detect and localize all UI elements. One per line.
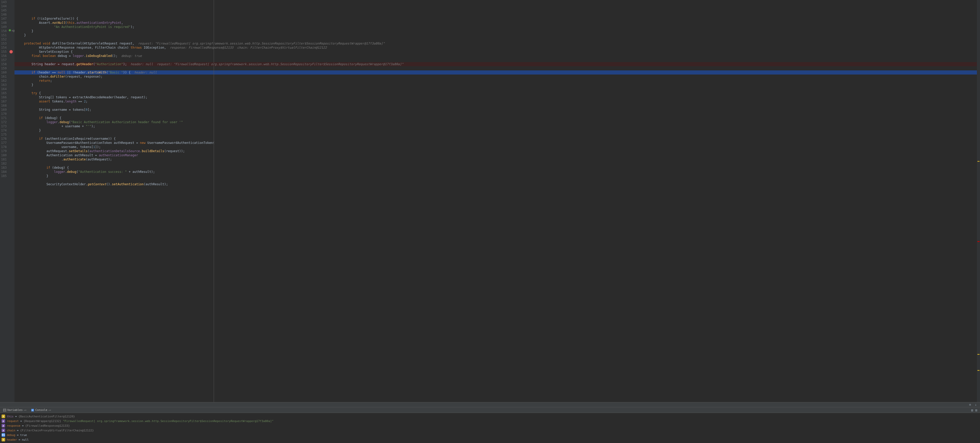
line-number[interactable]: 149 xyxy=(1,25,6,29)
line-number[interactable]: 160 xyxy=(1,70,6,75)
line-number[interactable]: 146 xyxy=(1,13,6,17)
line-number[interactable]: 185 xyxy=(1,174,6,178)
line-number[interactable]: 143 xyxy=(1,0,6,4)
line-number[interactable]: 169 xyxy=(1,108,6,112)
line-number[interactable]: 178 xyxy=(1,145,6,149)
line-number[interactable]: 176 xyxy=(1,137,6,141)
variable-row[interactable]: ≡this = {BasicAuthenticationFilter@12120… xyxy=(2,414,978,419)
code-line[interactable]: } xyxy=(14,29,977,33)
stripe-warn-icon[interactable] xyxy=(977,161,980,162)
line-number[interactable]: 154 xyxy=(1,46,6,50)
code-line[interactable]: authRequest.setDetails(authenticationDet… xyxy=(14,149,977,153)
code-line[interactable]: return; xyxy=(14,79,977,83)
code-line[interactable]: try { xyxy=(14,91,977,95)
line-number[interactable]: 144 xyxy=(1,4,6,8)
line-number[interactable]: 184 xyxy=(1,170,6,174)
code-line[interactable] xyxy=(14,104,977,108)
line-number[interactable]: 145 xyxy=(1,8,6,13)
code-line[interactable] xyxy=(14,161,977,166)
code-line[interactable]: "An AuthenticationEntryPoint is required… xyxy=(14,25,977,29)
code-line[interactable] xyxy=(14,112,977,116)
line-number[interactable]: 171 xyxy=(1,116,6,120)
line-number[interactable]: 182 xyxy=(1,161,6,166)
variable-row[interactable]: pchain = {FilterChainProxy$VirtualFilter… xyxy=(2,428,978,433)
code-line[interactable] xyxy=(14,37,977,41)
code-line[interactable]: if (!isIgnoreFailure()) { xyxy=(14,17,977,21)
code-line[interactable]: final boolean debug = logger.isDebugEnab… xyxy=(14,54,977,58)
line-number[interactable]: 148 xyxy=(1,21,6,25)
stripe-warn-icon[interactable] xyxy=(977,370,980,371)
line-number-gutter[interactable]: 1431441451461471481491501511521531541551… xyxy=(0,0,8,402)
code-line[interactable]: String username = tokens[0]; xyxy=(14,108,977,112)
line-number[interactable]: 181 xyxy=(1,157,6,161)
tab-variables[interactable]: Variables →× xyxy=(1,408,29,412)
line-number[interactable]: 157 xyxy=(1,58,6,62)
code-line[interactable]: HttpServletResponse response, FilterChai… xyxy=(14,46,977,50)
line-number[interactable]: 151 xyxy=(1,33,6,37)
code-area[interactable]: if (!isIgnoreFailure()) { Assert.notNull… xyxy=(14,0,977,402)
code-line[interactable]: String header = request.getHeader("Autho… xyxy=(14,62,977,66)
code-line[interactable]: logger.debug("Basic Authentication Autho… xyxy=(14,120,977,124)
variable-row[interactable]: prequest = {RequestWrapper@12132} "Firew… xyxy=(2,419,978,423)
pin-icon[interactable]: →× xyxy=(24,409,27,411)
variables-pane[interactable]: ≡this = {BasicAuthenticationFilter@12120… xyxy=(0,413,980,443)
line-number[interactable]: 180 xyxy=(1,153,6,157)
code-line[interactable]: + username + "'"); xyxy=(14,124,977,128)
error-stripe[interactable] xyxy=(977,0,980,402)
line-number[interactable]: 155 xyxy=(1,50,6,54)
marker-column[interactable]: ⬆@ xyxy=(8,0,14,402)
line-number[interactable]: 172 xyxy=(1,120,6,124)
code-line[interactable]: if (authenticationIsRequired(username)) … xyxy=(14,137,977,141)
code-line[interactable]: UsernamePasswordAuthenticationToken auth… xyxy=(14,141,977,145)
variable-row[interactable]: 01debug = true xyxy=(2,433,978,437)
line-number[interactable]: 166 xyxy=(1,95,6,99)
tab-console[interactable]: > Console →× xyxy=(29,408,53,412)
breakpoint-icon[interactable] xyxy=(9,50,13,54)
line-number[interactable]: 163 xyxy=(1,83,6,87)
line-number[interactable]: 167 xyxy=(1,99,6,104)
layout-icon[interactable]: ▥ xyxy=(971,408,975,412)
code-line[interactable]: SecurityContextHolder.getContext().setAu… xyxy=(14,182,977,186)
code-line[interactable]: protected void doFilterInternal(HttpServ… xyxy=(14,41,977,46)
code-line[interactable] xyxy=(14,132,977,137)
code-line[interactable]: assert tokens.length == 2; xyxy=(14,99,977,104)
line-number[interactable]: 164 xyxy=(1,87,6,91)
code-line[interactable]: } xyxy=(14,174,977,178)
line-number[interactable]: 162 xyxy=(1,79,6,83)
line-number[interactable]: 174 xyxy=(1,128,6,132)
code-line[interactable]: .authenticate(authRequest); xyxy=(14,157,977,161)
code-line[interactable] xyxy=(14,178,977,182)
code-line[interactable]: } xyxy=(14,83,977,87)
stripe-error-icon[interactable] xyxy=(977,241,980,242)
line-number[interactable]: 156 xyxy=(1,54,6,58)
code-line[interactable] xyxy=(14,186,977,190)
code-line[interactable] xyxy=(14,66,977,70)
hide-icon[interactable]: ↓ xyxy=(975,403,978,406)
line-number[interactable]: 147 xyxy=(1,17,6,21)
code-line[interactable]: username, tokens[1]); xyxy=(14,145,977,149)
line-number[interactable]: 168 xyxy=(1,104,6,108)
line-number[interactable]: 150 xyxy=(1,29,6,33)
code-line[interactable] xyxy=(14,87,977,91)
line-number[interactable]: 158 xyxy=(1,62,6,66)
line-number[interactable]: 179 xyxy=(1,149,6,153)
line-number[interactable]: 153 xyxy=(1,41,6,46)
code-line[interactable]: String[] tokens = extractAndDecodeHeader… xyxy=(14,95,977,99)
line-number[interactable]: 177 xyxy=(1,141,6,145)
code-line[interactable]: Assert.notNull(this.authenticationEntryP… xyxy=(14,21,977,25)
code-line[interactable]: if (debug) { xyxy=(14,166,977,170)
line-number[interactable]: 170 xyxy=(1,112,6,116)
stripe-warn-icon[interactable] xyxy=(977,354,980,355)
line-number[interactable]: 165 xyxy=(1,91,6,95)
line-number[interactable]: 159 xyxy=(1,66,6,70)
line-number[interactable]: 173 xyxy=(1,124,6,128)
variable-row[interactable]: ≡header = null xyxy=(2,437,978,442)
code-line[interactable]: } xyxy=(14,128,977,132)
gear-icon[interactable]: ⚙ xyxy=(969,403,973,406)
line-number[interactable]: 152 xyxy=(1,37,6,41)
code-line[interactable] xyxy=(14,13,977,17)
line-number[interactable]: 161 xyxy=(1,75,6,79)
layout-icon[interactable]: ▤ xyxy=(975,408,979,412)
code-line[interactable]: chain.doFilter(request, response); xyxy=(14,75,977,79)
code-line[interactable]: logger.debug("Authentication success: " … xyxy=(14,170,977,174)
